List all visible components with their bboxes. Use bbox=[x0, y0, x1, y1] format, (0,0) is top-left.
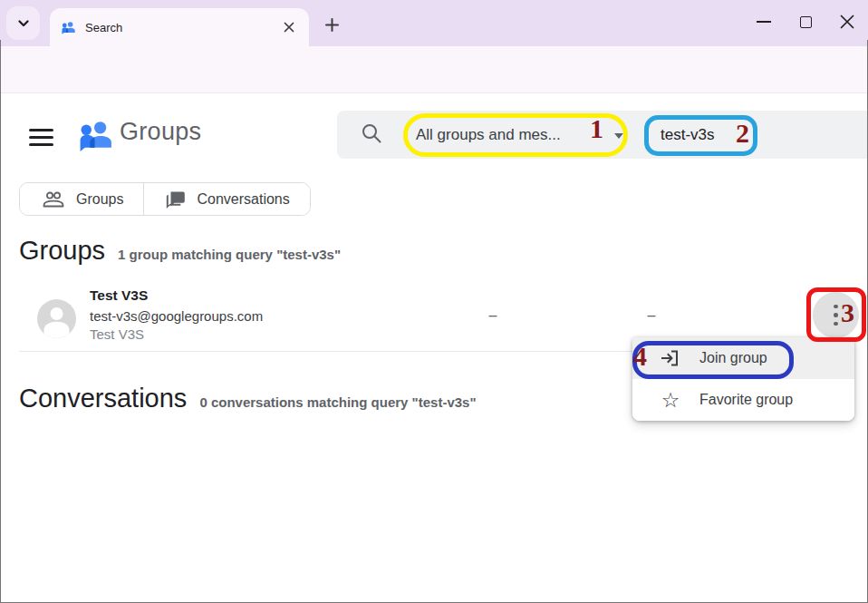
maximize-icon bbox=[800, 16, 812, 28]
close-window-button[interactable] bbox=[826, 0, 868, 44]
close-window-icon bbox=[840, 15, 854, 29]
kebab-icon bbox=[834, 305, 838, 309]
browser-window: Search bbox=[0, 0, 868, 603]
filter-tab-groups[interactable]: Groups bbox=[20, 183, 143, 215]
search-icon[interactable] bbox=[360, 122, 383, 149]
result-filter-tabs: Groups Conversations bbox=[19, 182, 311, 216]
close-icon bbox=[284, 22, 294, 33]
conversations-section-title: Conversations bbox=[19, 384, 187, 413]
chat-icon bbox=[166, 190, 186, 209]
group-avatar-icon bbox=[37, 299, 76, 338]
group-more-options-button[interactable] bbox=[813, 292, 859, 338]
search-scope-dropdown[interactable]: All groups and mes... bbox=[416, 111, 561, 159]
maximize-button[interactable] bbox=[785, 0, 826, 44]
filter-tab-conversations[interactable]: Conversations bbox=[143, 183, 309, 215]
groups-section-header: Groups 1 group matching query "test-v3s" bbox=[19, 236, 341, 266]
groups-favicon bbox=[61, 21, 76, 34]
hamburger-icon bbox=[29, 129, 53, 131]
conversations-section-subtitle: 0 conversations matching query "test-v3s… bbox=[199, 394, 476, 410]
menu-item-favorite-group-label: Favorite group bbox=[699, 392, 793, 408]
groups-section-subtitle: 1 group matching query "test-v3s" bbox=[118, 247, 341, 262]
group-context-menu: Join group ☆ Favorite group bbox=[632, 337, 854, 421]
plus-icon bbox=[325, 18, 339, 32]
group-members-value: – bbox=[482, 307, 504, 324]
menu-item-join-group[interactable]: Join group bbox=[632, 337, 854, 379]
browser-tab[interactable]: Search bbox=[50, 8, 309, 46]
minimize-icon bbox=[757, 21, 771, 23]
groups-logo bbox=[77, 120, 114, 155]
star-icon: ☆ bbox=[660, 390, 681, 411]
group-name[interactable]: Test V3S bbox=[90, 287, 148, 304]
group-email: test-v3s@googlegroups.com bbox=[90, 308, 263, 324]
conversations-section-header: Conversations 0 conversations matching q… bbox=[19, 384, 477, 413]
chevron-down-icon bbox=[17, 17, 30, 30]
group-description: Test V3S bbox=[90, 326, 144, 342]
menu-item-favorite-group[interactable]: ☆ Favorite group bbox=[632, 379, 854, 421]
groups-section-title: Groups bbox=[19, 236, 105, 266]
dropdown-caret-icon[interactable] bbox=[614, 133, 623, 139]
main-menu-button[interactable] bbox=[29, 129, 53, 146]
search-query-input[interactable]: test-v3s bbox=[661, 111, 715, 159]
group-avatar bbox=[37, 299, 76, 338]
minimize-button[interactable] bbox=[743, 0, 785, 44]
browser-tab-strip: Search bbox=[0, 0, 868, 46]
window-controls bbox=[743, 0, 868, 44]
group-activity-value: – bbox=[641, 307, 662, 324]
search-bar: All groups and mes... test-v3s bbox=[337, 111, 867, 159]
tab-close-button[interactable] bbox=[280, 18, 298, 36]
filter-tab-conversations-label: Conversations bbox=[197, 191, 289, 208]
people-icon bbox=[42, 190, 65, 209]
app-name[interactable]: Groups bbox=[120, 118, 201, 146]
tab-title: Search bbox=[85, 21, 280, 34]
new-tab-button[interactable] bbox=[319, 12, 344, 37]
groups-logo-icon bbox=[77, 120, 114, 151]
tab-search-button[interactable] bbox=[6, 6, 40, 40]
browser-toolbar: groups.google.com/search?q=test-v3s G ☆ bbox=[0, 46, 868, 93]
groups-page: Groups All groups and mes... test-v3s Gr… bbox=[1, 93, 867, 602]
filter-tab-groups-label: Groups bbox=[76, 191, 123, 208]
join-group-icon bbox=[660, 347, 681, 369]
menu-item-join-group-label: Join group bbox=[699, 350, 767, 366]
